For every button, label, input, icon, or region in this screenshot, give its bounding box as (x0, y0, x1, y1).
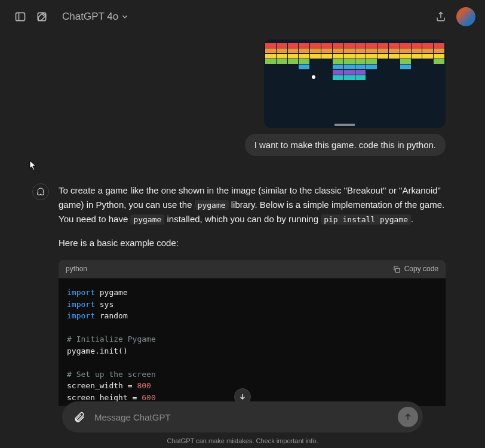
user-uploaded-image[interactable] (264, 39, 446, 128)
chevron-down-icon (121, 13, 129, 21)
top-bar: ChatGPT 4o (0, 0, 485, 33)
svg-rect-0 (16, 13, 25, 20)
model-switcher[interactable]: ChatGPT 4o (57, 7, 134, 26)
inline-code: pygame (130, 214, 164, 225)
code-language-label: python (66, 263, 87, 275)
brick-row (265, 43, 444, 48)
share-button[interactable] (430, 6, 452, 27)
breakout-ball (312, 75, 315, 79)
assistant-message-turn: To create a game like the one shown in t… (32, 183, 446, 406)
inline-code: pip install pygame (321, 214, 411, 225)
brick-row (265, 48, 444, 53)
arrow-up-icon (403, 412, 413, 422)
toggle-sidebar-button[interactable] (10, 6, 31, 27)
assistant-message-body: To create a game like the one shown in t… (59, 183, 446, 406)
code-body: import pygame import sys import random #… (59, 278, 446, 406)
paperclip-icon (73, 411, 85, 423)
composer-input[interactable] (94, 412, 398, 422)
user-avatar[interactable] (456, 7, 475, 26)
copy-icon (392, 265, 401, 274)
user-message-bubble: I want to make this game. code this in p… (245, 134, 446, 156)
new-chat-button[interactable] (31, 6, 53, 27)
arrow-down-icon (238, 392, 247, 401)
composer-bar (62, 401, 423, 432)
brick-row (265, 65, 444, 69)
code-block: python Copy code import pygame import sy… (59, 260, 446, 406)
breakout-paddle (334, 124, 355, 126)
inline-code: pygame (195, 200, 229, 210)
conversation-area: I want to make this game. code this in p… (0, 33, 485, 406)
brick-row (265, 54, 444, 59)
disclaimer-text: ChatGPT can make mistakes. Check importa… (0, 437, 485, 444)
model-name-label: ChatGPT 4o (62, 11, 118, 23)
assistant-avatar (32, 183, 49, 200)
brick-row (265, 70, 444, 75)
brick-row (265, 59, 444, 64)
code-block-header: python Copy code (59, 260, 446, 278)
brick-row (265, 75, 444, 80)
copy-code-button[interactable]: Copy code (392, 263, 438, 275)
assistant-paragraph: To create a game like the one shown in t… (59, 183, 446, 226)
assistant-paragraph: Here is a basic example code: (59, 236, 446, 250)
user-message-turn: I want to make this game. code this in p… (27, 39, 446, 156)
attach-button[interactable] (69, 407, 90, 427)
svg-rect-4 (395, 268, 400, 272)
send-button[interactable] (398, 407, 418, 427)
